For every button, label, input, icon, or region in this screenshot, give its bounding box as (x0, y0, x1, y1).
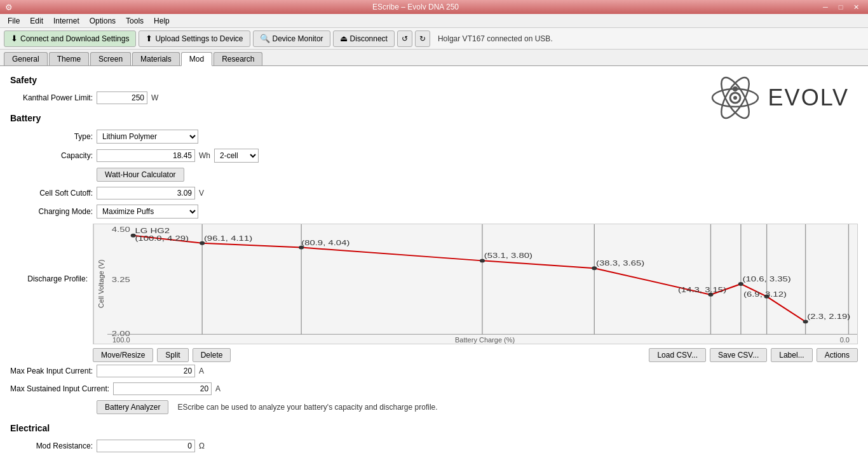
svg-point-30 (299, 246, 304, 250)
max-sustained-label: Max Sustained Input Current: (10, 384, 109, 393)
menu-options[interactable]: Options (85, 15, 121, 27)
battery-analyzer-button[interactable]: Battery Analyzer (97, 400, 168, 414)
svg-point-31 (480, 259, 485, 262)
charging-mode-select[interactable]: Maximize Puffs Maximize Power Balanced (97, 205, 198, 219)
svg-text:(38.3, 3.65): (38.3, 3.65) (596, 259, 644, 267)
connection-status: Holgar VT167 connected on USB. (438, 34, 553, 43)
tab-screen[interactable]: Screen (90, 52, 131, 65)
svg-text:(10.6, 3.35): (10.6, 3.35) (743, 275, 791, 283)
svg-text:(80.9, 4.04): (80.9, 4.04) (301, 239, 349, 247)
capacity-row: Capacity: Wh 2-cell 1-cell 3-cell (10, 149, 858, 163)
kanthal-value-input[interactable] (97, 91, 147, 104)
tab-theme[interactable]: Theme (49, 52, 89, 65)
download-icon: ⬇ (11, 34, 18, 43)
svg-text:(53.1, 3.80): (53.1, 3.80) (484, 252, 532, 260)
watt-hour-row: Watt-Hour Calculator (10, 168, 858, 182)
mod-resistance-input[interactable] (97, 440, 195, 452)
x-axis-right: 0.0 (840, 336, 850, 344)
svg-point-35 (764, 295, 770, 299)
battery-analyzer-desc: EScribe can be used to analyze your batt… (177, 403, 437, 412)
svg-text:4.50: 4.50 (112, 226, 130, 234)
menu-edit[interactable]: Edit (25, 15, 48, 27)
tab-general[interactable]: General (4, 52, 48, 65)
charging-mode-label: Charging Mode: (10, 207, 93, 216)
cell-soft-cutoff-input[interactable] (97, 187, 195, 199)
discharge-chart-svg: 4.50 3.25 2.00 LG HG2 (100.0, 4.29) (96.… (107, 224, 857, 344)
mod-resistance-label: Mod Resistance: (10, 441, 93, 450)
max-sustained-input[interactable] (113, 382, 212, 395)
watt-hour-calculator-button[interactable]: Watt-Hour Calculator (97, 168, 184, 182)
capacity-input[interactable] (97, 149, 195, 162)
load-csv-button[interactable]: Load CSV... (649, 348, 706, 362)
x-axis-left: 100.0 (112, 336, 130, 344)
redo-button[interactable]: ↻ (415, 30, 430, 47)
cell-soft-cutoff-row: Cell Soft Cutoff: V (10, 187, 858, 199)
svg-text:LG HG2: LG HG2 (135, 227, 170, 235)
svg-point-33 (708, 293, 713, 297)
move-resize-button[interactable]: Move/Resize (93, 348, 153, 362)
svg-point-34 (738, 282, 743, 286)
svg-point-36 (803, 320, 808, 323)
main-content: EVOLV Safety Kanthal Power Limit: W Batt… (0, 66, 868, 465)
connect-download-button[interactable]: ⬇ Connect and Download Settings (4, 30, 136, 47)
split-button[interactable]: Split (157, 348, 188, 362)
max-sustained-current-row: Max Sustained Input Current: A (10, 382, 858, 395)
toolbar: ⬇ Connect and Download Settings ⬆ Upload… (0, 28, 868, 50)
menu-file[interactable]: File (3, 15, 25, 27)
delete-button[interactable]: Delete (193, 348, 231, 362)
evolv-brand-text: EVOLV (768, 84, 849, 111)
disconnect-icon: ⏏ (340, 34, 348, 43)
discharge-profile-row: Discharge Profile: Cell Voltage (V) (10, 224, 858, 362)
tab-mod[interactable]: Mod (181, 52, 212, 66)
tab-materials[interactable]: Materials (132, 52, 180, 65)
save-csv-button[interactable]: Save CSV... (710, 348, 767, 362)
undo-button[interactable]: ↺ (397, 30, 412, 47)
svg-text:(100.0, 4.29): (100.0, 4.29) (135, 234, 189, 243)
window-controls: ─ □ ✕ (818, 1, 863, 13)
tab-bar: General Theme Screen Materials Mod Resea… (0, 50, 868, 66)
svg-text:3.25: 3.25 (112, 276, 130, 284)
cell-count-select[interactable]: 2-cell 1-cell 3-cell (214, 149, 259, 163)
capacity-unit: Wh (199, 151, 210, 160)
menu-tools[interactable]: Tools (121, 15, 149, 27)
svg-point-1 (733, 96, 737, 100)
max-peak-current-row: Max Peak Input Current: A (10, 365, 858, 377)
device-monitor-button[interactable]: 🔍 Device Monitor (253, 30, 330, 47)
app-icon: ⚙ (5, 3, 13, 12)
label-button[interactable]: Label... (771, 348, 812, 362)
kanthal-label: Kanthal Power Limit: (10, 93, 93, 102)
tab-research[interactable]: Research (214, 52, 262, 65)
kanthal-unit: W (151, 93, 158, 102)
max-peak-label: Max Peak Input Current: (10, 367, 93, 375)
battery-type-row: Type: Lithium Polymer Lithium Ion NiMH (10, 130, 858, 144)
upload-settings-button[interactable]: ⬆ Upload Settings to Device (139, 30, 250, 47)
charging-mode-row: Charging Mode: Maximize Puffs Maximize P… (10, 205, 858, 219)
capacity-label: Capacity: (10, 151, 93, 160)
max-peak-unit: A (199, 367, 204, 375)
menubar: File Edit Internet Options Tools Help (0, 14, 868, 28)
y-axis-label: Cell Voltage (V) (97, 260, 105, 308)
cell-soft-cutoff-unit: V (199, 189, 204, 198)
titlebar: ⚙ EScribe – Evolv DNA 250 ─ □ ✕ (0, 0, 868, 14)
menu-internet[interactable]: Internet (48, 15, 85, 27)
svg-text:(14.3, 3.15): (14.3, 3.15) (678, 286, 726, 294)
electrical-section-title: Electrical (10, 423, 858, 433)
battery-analyzer-row: Battery Analyzer EScribe can be used to … (10, 400, 858, 414)
window-title: EScribe – Evolv DNA 250 (13, 3, 818, 11)
svg-point-29 (200, 241, 205, 245)
svg-text:(96.1, 4.11): (96.1, 4.11) (204, 234, 252, 243)
battery-type-select[interactable]: Lithium Polymer Lithium Ion NiMH (97, 130, 198, 144)
monitor-icon: 🔍 (260, 34, 270, 43)
evolv-atom-icon (710, 72, 761, 123)
maximize-button[interactable]: □ (834, 1, 848, 13)
svg-point-32 (592, 266, 597, 270)
menu-help[interactable]: Help (149, 15, 175, 27)
actions-button[interactable]: Actions (817, 348, 858, 362)
max-sustained-unit: A (215, 384, 220, 393)
minimize-button[interactable]: ─ (818, 1, 832, 13)
disconnect-button[interactable]: ⏏ Disconnect (333, 30, 395, 47)
evolv-logo: EVOLV (710, 72, 849, 123)
close-button[interactable]: ✕ (849, 1, 863, 13)
max-peak-input[interactable] (97, 365, 195, 377)
mod-resistance-unit: Ω (199, 441, 205, 450)
